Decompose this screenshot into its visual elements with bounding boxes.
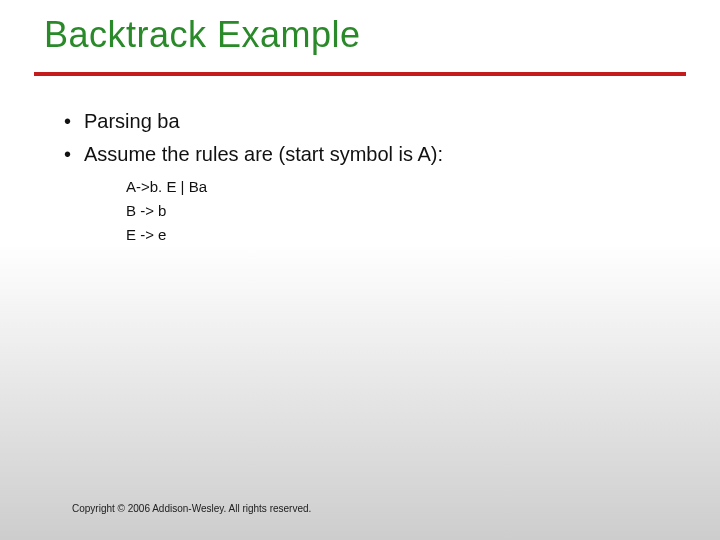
grammar-rule-b: B -> b <box>126 200 644 222</box>
page-title: Backtrack Example <box>44 14 361 56</box>
bullet-parsing: Parsing ba <box>64 110 644 133</box>
grammar-rule-e: E -> e <box>126 224 644 246</box>
grammar-rule-a: A->b. E | Ba <box>126 176 644 198</box>
title-divider <box>34 72 686 76</box>
bullet-list: Parsing ba Assume the rules are (start s… <box>64 110 644 247</box>
copyright-text: Copyright © 2006 Addison-Wesley. All rig… <box>72 503 311 514</box>
bullet-assume: Assume the rules are (start symbol is A)… <box>64 143 644 166</box>
slide: Backtrack Example Parsing ba Assume the … <box>0 0 720 540</box>
